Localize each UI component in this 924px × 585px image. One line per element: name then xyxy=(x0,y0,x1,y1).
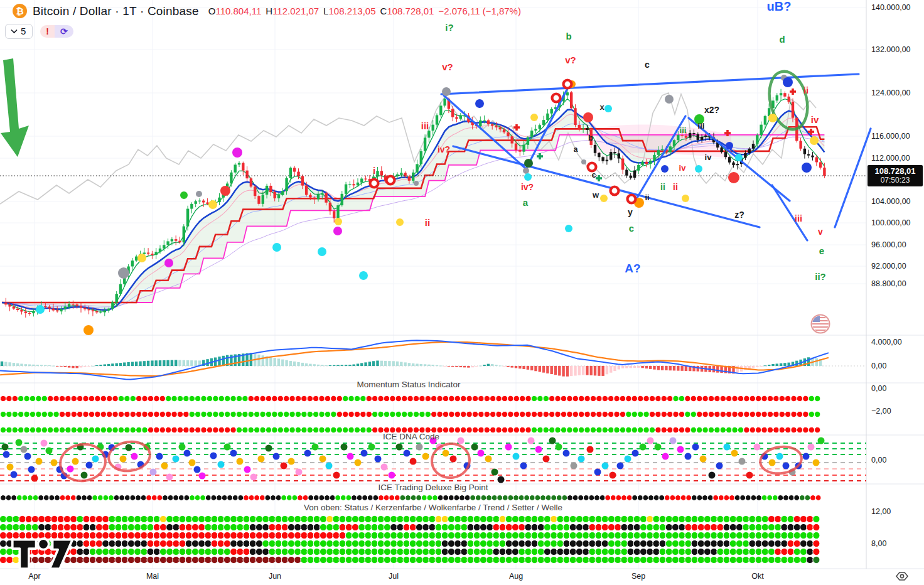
time-axis-month-okt[interactable]: Okt xyxy=(751,572,763,581)
price-axis-label[interactable]: 104.000,00 xyxy=(871,197,911,206)
price-axis-label[interactable]: 140.000,00 xyxy=(871,3,911,12)
wave-label-x: x xyxy=(599,102,604,112)
wave-label-v?: v? xyxy=(565,55,576,65)
price-axis-label[interactable]: 92.000,00 xyxy=(871,262,906,271)
chevron-down-icon xyxy=(11,29,18,34)
time-axis-month-jun[interactable]: Jun xyxy=(269,572,281,581)
wave-label-e: e xyxy=(819,245,824,256)
change-value: −2.076,11 (−1,87%) xyxy=(438,6,520,16)
bigpoint-caption: Von oben: Status / Kerzenfarbe / Wolkenf… xyxy=(304,503,562,512)
wave-label-iv: iv xyxy=(705,153,712,162)
wave-label-a: a xyxy=(574,145,578,154)
price-axis-label[interactable]: 4.000,00 xyxy=(871,338,902,346)
wave-label-iii: iii xyxy=(680,126,687,135)
wave-label-y: y xyxy=(628,207,633,217)
macd-line xyxy=(0,340,829,379)
time-axis-month-apr[interactable]: Apr xyxy=(28,572,40,581)
wave-label-a: a xyxy=(523,197,529,208)
wave-label-x2?: x2? xyxy=(704,105,719,115)
time-axis-month-mai[interactable]: Mai xyxy=(146,572,159,581)
indicator-status-pill[interactable]: ! ⟳ xyxy=(40,25,73,38)
wave-label-ii: ii xyxy=(803,85,808,95)
current-price-value: 108.728,01 xyxy=(868,166,923,176)
wave-label-iii: iii xyxy=(795,213,803,223)
wave-label-i?: i? xyxy=(445,22,453,33)
open-label: O xyxy=(208,6,216,16)
price-axis-label[interactable]: 0,00 xyxy=(871,384,886,393)
wave-label-A?: A? xyxy=(625,262,640,275)
wave-label-z?: z? xyxy=(734,210,744,220)
candles xyxy=(0,88,866,318)
low-value: 108.213,05 xyxy=(328,6,375,16)
close-value: 108.728,01 xyxy=(387,6,434,16)
close-label: C xyxy=(380,6,387,16)
bar-countdown: 07:50:23 xyxy=(868,176,923,185)
wave-label-iv?: iv? xyxy=(521,182,534,192)
pane-title-momentum: Momentum Status Indicator xyxy=(357,380,460,389)
wave-label-c: c xyxy=(629,223,634,233)
price-axis-label[interactable]: 132.000,00 xyxy=(871,45,911,54)
wave-label-ii: ii xyxy=(425,217,430,228)
trendline xyxy=(835,129,871,227)
alert-icon: ! xyxy=(40,25,55,38)
wave-label-b: b xyxy=(588,133,593,142)
price-axis-label[interactable]: 96.000,00 xyxy=(871,240,906,249)
wave-label-iii: iii xyxy=(421,121,429,131)
axis-settings-icon[interactable] xyxy=(896,572,908,580)
wave-label-i: i xyxy=(373,165,375,176)
wave-label-iii: iii xyxy=(698,121,705,131)
bitcoin-logo-icon: ₿ xyxy=(13,4,27,18)
indicators-count: 5 xyxy=(21,26,26,36)
pane-title-dna: ICE DNA Code xyxy=(383,432,439,441)
indicators-collapse-button[interactable]: 5 xyxy=(5,24,33,39)
time-axis-month-sep[interactable]: Sep xyxy=(631,572,645,581)
price-axis-label[interactable]: −2,00 xyxy=(871,407,891,416)
wave-label-iv: iv xyxy=(811,114,819,125)
wave-label-ii: ii xyxy=(645,193,649,202)
wave-label-b: b xyxy=(566,31,571,41)
wave-label-w: w xyxy=(592,190,599,200)
time-axis-month-aug[interactable]: Aug xyxy=(509,572,523,581)
ohlc-readout: O110.804,11 H112.021,07 L108.213,05 C108… xyxy=(208,6,521,16)
tradingview-chart-window: i?v?bv?cduB?iiiiv?iiiiv?axbacwiiyz?x2?ii… xyxy=(0,0,924,585)
wave-label-c: c xyxy=(591,170,596,180)
high-label: H xyxy=(266,6,272,16)
dna-pane xyxy=(0,437,866,484)
wave-label-iv: iv xyxy=(679,163,687,173)
wave-label-ii: ii xyxy=(673,182,678,192)
time-axis-month-jul[interactable]: Jul xyxy=(389,572,399,581)
symbol-title[interactable]: Bitcoin / Dollar · 1T · Coinbase xyxy=(33,4,199,18)
price-axis-label[interactable]: 12,00 xyxy=(871,507,891,516)
price-axis-label[interactable]: 8,00 xyxy=(871,539,886,548)
high-value: 112.021,07 xyxy=(272,6,319,16)
wave-label-v: v xyxy=(818,227,823,237)
big-down-arrow xyxy=(1,58,29,157)
price-axis-label[interactable]: 88.800,00 xyxy=(871,279,906,288)
chart-toolbar: 5 ! ⟳ xyxy=(5,24,73,39)
price-axis-label[interactable]: 0,00 xyxy=(871,362,886,370)
symbol-header: ₿ Bitcoin / Dollar · 1T · Coinbase O110.… xyxy=(13,4,521,18)
wave-label-d: d xyxy=(779,34,785,45)
price-axis-label[interactable]: 100.000,00 xyxy=(871,218,911,227)
wave-label-uB?: uB? xyxy=(767,0,792,13)
wave-label-v?: v? xyxy=(442,62,453,72)
pane-title-bigpoint: ICE Trading Deluxe Big Point xyxy=(379,483,488,492)
wave-label-iv?: iv? xyxy=(438,144,450,154)
chart-canvas[interactable]: i?v?bv?cduB?iiiiv?iiiiv?axbacwiiyz?x2?ii… xyxy=(0,0,924,585)
price-axis-label[interactable]: 112.000,00 xyxy=(871,154,910,163)
momentum-dots-pane xyxy=(0,395,820,432)
macd-signal-line xyxy=(0,342,829,376)
wave-label-ii: ii xyxy=(660,182,665,192)
price-axis-label[interactable]: 116.000,00 xyxy=(871,132,910,141)
hand-drawn-circle[interactable] xyxy=(758,444,803,476)
refresh-icon: ⟳ xyxy=(55,25,73,38)
current-price-label[interactable]: 108.728,01 07:50:23 xyxy=(868,165,923,186)
open-value: 110.804,11 xyxy=(215,6,261,16)
wave-label-ii?: ii? xyxy=(815,271,826,282)
price-axis-label[interactable]: 0,00 xyxy=(871,456,886,464)
price-axis-label[interactable]: 124.000,00 xyxy=(871,89,911,97)
macd-pane xyxy=(0,340,866,379)
wave-label-c: c xyxy=(645,60,650,70)
flag-icon xyxy=(812,315,830,333)
